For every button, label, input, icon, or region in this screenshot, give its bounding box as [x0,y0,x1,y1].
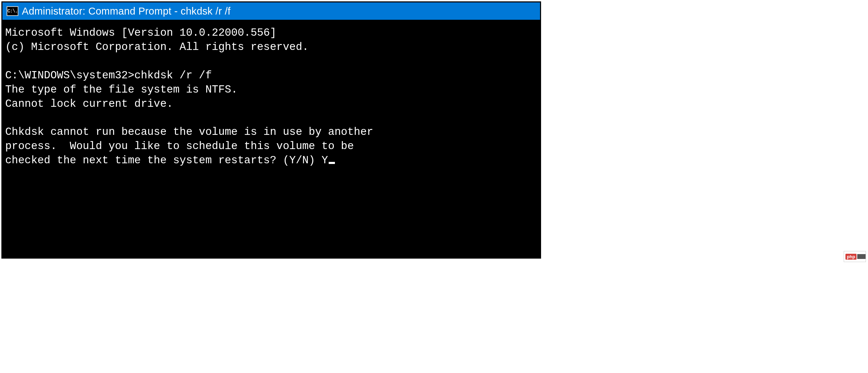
terminal-line: The type of the file system is NTFS. [5,84,238,96]
terminal-line: C:\WINDOWS\system32>chkdsk /r /f [5,69,212,81]
watermark-text: php [845,254,857,260]
terminal-line: Microsoft Windows [Version 10.0.22000.55… [5,27,276,39]
window-title: Administrator: Command Prompt - chkdsk /… [22,6,230,17]
watermark-tail [857,254,866,259]
terminal-line: (c) Microsoft Corporation. All rights re… [5,41,309,53]
command-prompt-window: C:\. Administrator: Command Prompt - chk… [1,1,541,259]
cmd-icon: C:\. [7,6,18,16]
terminal-line: Chkdsk cannot run because the volume is … [5,126,373,138]
watermark: php [844,251,866,262]
cursor [329,162,335,164]
terminal-line: Cannot lock current drive. [5,98,173,110]
terminal-line: process. Would you like to schedule this… [5,140,354,152]
terminal-output[interactable]: Microsoft Windows [Version 10.0.22000.55… [2,20,540,258]
cmd-icon-text: C:\. [7,8,18,14]
titlebar[interactable]: C:\. Administrator: Command Prompt - chk… [2,2,540,20]
terminal-line: checked the next time the system restart… [5,154,328,166]
